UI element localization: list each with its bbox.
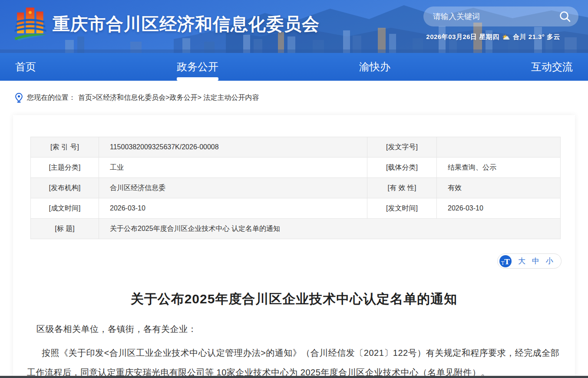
font-size-icon[interactable]: TT xyxy=(499,255,512,267)
location-pin-icon xyxy=(15,93,23,103)
article-body: 区级各相关单位，各镇街，各有关企业： 按照《关于印发<合川区工业企业技术中心认定… xyxy=(27,319,562,378)
font-size-widget: TT 大 中 小 xyxy=(497,253,562,269)
meta-value-topic-category: 工业 xyxy=(99,158,367,178)
meta-label-index-no: [索 引 号] xyxy=(31,137,99,158)
meta-value-doc-no xyxy=(437,137,561,158)
date-text: 2026年03月26日 星期四 xyxy=(426,33,499,41)
breadcrumb-path[interactable]: 首页>区经济和信息化委员会>政务公开> 法定主动公开内容 xyxy=(78,93,259,102)
site-logo-icon[interactable] xyxy=(14,6,46,42)
meta-row: [发布机构] 合川区经济信息委 [有 效 性] 有效 xyxy=(31,178,561,198)
meta-value-written-date: 2026-03-10 xyxy=(99,198,367,219)
meta-row: [标 题] 关于公布2025年度合川区企业技术中心 认定名单的通知 xyxy=(31,219,561,239)
meta-row: [索 引 号] 11500382009325637K/2026-00008 [发… xyxy=(31,137,561,158)
site-title[interactable]: 重庆市合川区经济和信息化委员会 xyxy=(53,12,320,36)
meta-row: [成文时间] 2026-03-10 [发文时间] 2026-03-10 xyxy=(31,198,561,219)
weather-icon: ⛅ xyxy=(502,33,510,41)
nav-item-home[interactable]: 首页 xyxy=(15,53,36,81)
meta-label-issuing-agency: [发布机构] xyxy=(31,178,99,198)
font-size-row: TT 大 中 小 xyxy=(13,253,562,269)
document-meta-table: [索 引 号] 11500382009325637K/2026-00008 [发… xyxy=(30,137,561,239)
meta-label-topic-category: [主题分类] xyxy=(31,158,99,178)
article-paragraph-main: 按照《关于印发<合川区工业企业技术中心认定管理办法>的通知》（合川经信发〔202… xyxy=(27,343,562,378)
date-weather: 2026年03月26日 星期四 ⛅ 合川 21.3° 多云 xyxy=(426,33,560,41)
search-input[interactable] xyxy=(433,12,558,21)
breadcrumb-label: 您现在的位置： xyxy=(27,93,76,102)
article-paragraph-salutation: 区级各相关单位，各镇街，各有关企业： xyxy=(27,319,562,339)
meta-value-carrier-category: 结果查询、公示 xyxy=(437,158,561,178)
font-size-medium-button[interactable]: 中 xyxy=(532,256,539,266)
meta-label-carrier-category: [载体分类] xyxy=(367,158,437,178)
meta-value-issue-date: 2026-03-10 xyxy=(437,198,561,219)
meta-label-validity: [有 效 性] xyxy=(367,178,437,198)
font-size-small-button[interactable]: 小 xyxy=(546,256,553,266)
meta-row: [主题分类] 工业 [载体分类] 结果查询、公示 xyxy=(31,158,561,178)
city-temp-text: 合川 21.3° 多云 xyxy=(513,33,560,41)
main-nav: 首页 政务公开 渝快办 互动交流 xyxy=(0,53,588,81)
search-icon xyxy=(558,10,571,23)
meta-value-index-no: 11500382009325637K/2026-00008 xyxy=(99,137,367,158)
breadcrumb: 您现在的位置：首页>区经济和信息化委员会>政务公开> 法定主动公开内容 xyxy=(0,81,588,103)
footer-top-edge xyxy=(0,376,588,378)
meta-label-doc-no: [发文字号] xyxy=(367,137,437,158)
header-banner: 重庆市合川区经济和信息化委员会 2026年03月26日 星期四 ⛅ 合川 21.… xyxy=(0,0,588,53)
article-title: 关于公布2025年度合川区企业技术中心认定名单的通知 xyxy=(13,290,575,308)
meta-label-title: [标 题] xyxy=(31,219,99,239)
document-panel: [索 引 号] 11500382009325637K/2026-00008 [发… xyxy=(13,115,575,378)
nav-item-interaction[interactable]: 互动交流 xyxy=(531,53,573,81)
nav-item-gov-affairs[interactable]: 政务公开 xyxy=(177,53,218,81)
search-button[interactable] xyxy=(558,10,571,23)
meta-label-written-date: [成文时间] xyxy=(31,198,99,219)
meta-value-issuing-agency: 合川区经济信息委 xyxy=(99,178,367,198)
meta-value-title: 关于公布2025年度合川区企业技术中心 认定名单的通知 xyxy=(99,219,561,239)
search-box[interactable] xyxy=(423,7,578,26)
nav-item-yukuaiban[interactable]: 渝快办 xyxy=(359,53,390,81)
meta-value-validity: 有效 xyxy=(437,178,561,198)
font-size-large-button[interactable]: 大 xyxy=(518,256,525,266)
meta-label-issue-date: [发文时间] xyxy=(367,198,437,219)
